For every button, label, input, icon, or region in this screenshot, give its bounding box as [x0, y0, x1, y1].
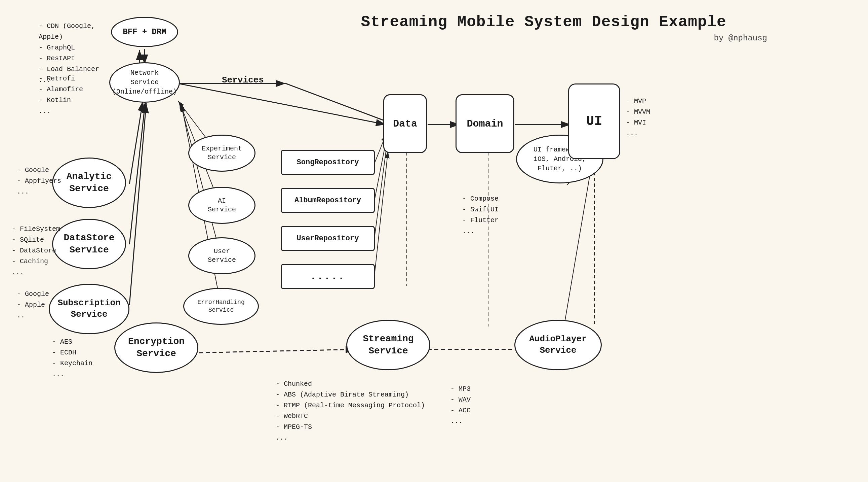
mvp-annotation: - MVP - MVVM - MVI ... [626, 96, 650, 139]
encryption-service-node: EncryptionService [114, 322, 198, 373]
svg-line-12 [181, 104, 222, 260]
svg-line-17 [374, 151, 388, 281]
song-repository-node: SongRepository [281, 150, 375, 175]
svg-line-20 [564, 161, 592, 326]
user-repository-node: UserRepository [281, 226, 375, 251]
svg-line-6 [129, 103, 146, 305]
errorhandling-service-node: ErrorHandlingService [183, 288, 259, 325]
data-box: Data [383, 94, 427, 153]
ui-box: UI [568, 83, 620, 159]
analytic-service-node: AnalyticService [52, 158, 126, 208]
audioplayer-service-node: AudioPlayerService [514, 320, 602, 370]
compose-annotation: - Compose - SwiftUI - Flutter ... [462, 194, 499, 237]
more-repos-node: ..... [281, 264, 375, 289]
filesystem-annotation: - FileSystem - SQlite - DataStore - Cach… [12, 224, 60, 278]
bff-drm-node: BFF + DRM [111, 17, 178, 47]
page-title: Streaming Mobile System Design Example [361, 13, 726, 31]
domain-box: Domain [456, 94, 514, 153]
chunked-annotation: - Chunked - ABS (Adaptive Birate Streami… [276, 379, 425, 443]
services-label: Services [222, 74, 264, 87]
network-service-node: NetworkService(Online/offline) [109, 62, 180, 103]
datastore-service-node: DataStoreService [52, 219, 126, 269]
experiment-service-node: ExperimentService [188, 135, 255, 172]
subscription-service-node: SubscriptionService [49, 284, 129, 334]
svg-line-16 [374, 141, 387, 242]
svg-line-26 [286, 83, 386, 121]
svg-line-4 [129, 101, 143, 184]
aes-annotation: - AES - ECDH - Keychain ... [52, 337, 92, 380]
google-annotation: - Google - Appflyers ... [17, 165, 61, 197]
google-apple-annotation: - Google - Apple .. [17, 289, 49, 321]
byline: by @nphausg [714, 34, 767, 43]
mp3-annotation: - MP3 - WAV - ACC ... [451, 384, 471, 427]
ai-service-node: AIService [188, 187, 255, 224]
streaming-service-node: StreamingService [346, 320, 430, 370]
album-repository-node: AlbumRepository [281, 188, 375, 213]
svg-line-18 [199, 349, 356, 353]
svg-line-7 [178, 83, 386, 124]
retro-annotation: - Retrofi - Alamofire - Kotlin ... [39, 74, 83, 116]
svg-line-5 [129, 102, 145, 244]
user-service-node: UserService [188, 237, 255, 274]
